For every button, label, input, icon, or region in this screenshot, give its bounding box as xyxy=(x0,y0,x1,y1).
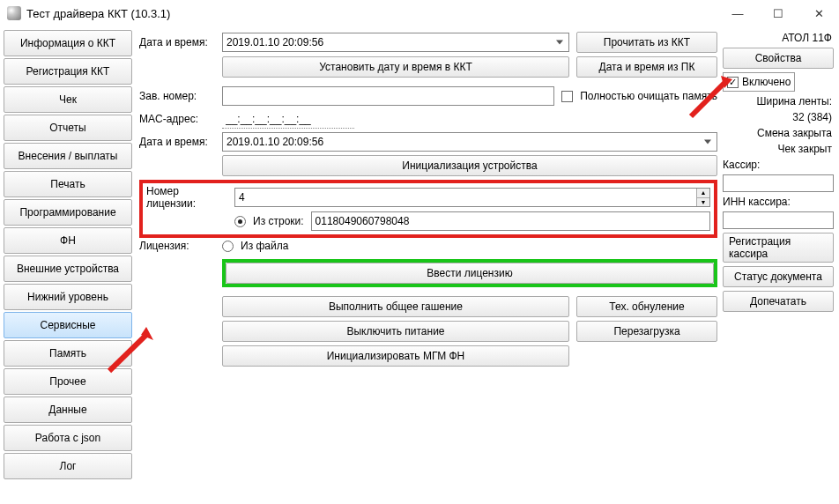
sidebar-item-external[interactable]: Внешние устройства xyxy=(4,256,132,282)
titlebar: Тест драйвера ККТ (10.3.1) — ☐ ✕ xyxy=(0,0,839,26)
init-mgm-fn-button[interactable]: Инициализировать МГМ ФН xyxy=(222,345,569,367)
sidebar-item-service[interactable]: Сервисные xyxy=(4,312,132,338)
reboot-button[interactable]: Перезагрузка xyxy=(576,321,717,342)
shift-status: Смена закрыта xyxy=(723,127,834,139)
datetime-combo[interactable]: 2019.01.10 20:09:56 xyxy=(222,33,569,52)
datetime-value: 2019.01.10 20:09:56 xyxy=(226,36,323,48)
minimize-button[interactable]: — xyxy=(717,0,758,26)
lic-number-value: 4 xyxy=(239,191,245,204)
main-panel: Дата и время: 2019.01.10 20:09:56 Прочит… xyxy=(136,26,721,504)
spin-down-icon[interactable]: ▼ xyxy=(696,198,709,207)
license-string-input[interactable] xyxy=(311,211,710,231)
ribbon-width-label: Ширина ленты: xyxy=(723,95,834,107)
sidebar-item-other[interactable]: Прочее xyxy=(4,368,132,395)
enabled-checkbox[interactable]: ✓ xyxy=(727,77,739,88)
sidebar-item-info[interactable]: Информация о ККТ xyxy=(4,30,132,56)
enabled-label: Включено xyxy=(742,76,791,88)
datetime-label: Дата и время: xyxy=(139,36,215,48)
sidebar-item-data[interactable]: Данные xyxy=(4,397,132,423)
init-device-button[interactable]: Инициализация устройства xyxy=(222,155,717,176)
lic-number-input[interactable]: 4 ▲ ▼ xyxy=(234,188,710,207)
set-datetime-kkt-button[interactable]: Установить дату и время в ККТ xyxy=(222,56,569,78)
from-string-radio[interactable] xyxy=(234,216,246,227)
datetime2-combo[interactable]: 2019.01.10 20:09:56 xyxy=(222,132,717,152)
sidebar-item-programming[interactable]: Программирование xyxy=(4,199,132,226)
serial-input[interactable] xyxy=(222,86,554,106)
app-icon xyxy=(7,6,21,20)
properties-button[interactable]: Свойства xyxy=(723,48,834,69)
sidebar-item-json[interactable]: Работа с json xyxy=(4,425,132,451)
close-button[interactable]: ✕ xyxy=(798,0,839,26)
mac-input[interactable] xyxy=(222,109,354,129)
full-clear-label: Полностью очищать память xyxy=(580,90,717,102)
sidebar-item-lowlevel[interactable]: Нижний уровень xyxy=(4,284,132,310)
sidebar: Информация о ККТ Регистрация ККТ Чек Отч… xyxy=(0,26,136,504)
cashier-inn-label: ИНН кассира: xyxy=(723,196,834,208)
sidebar-item-memory[interactable]: Память xyxy=(4,340,132,367)
sidebar-item-log[interactable]: Лог xyxy=(4,453,132,479)
license-box: Номер лицензии: 4 ▲ ▼ Из строки: xyxy=(139,180,717,238)
lic-number-label: Номер лицензии: xyxy=(146,185,227,210)
datetime-from-pc-button[interactable]: Дата и время из ПК xyxy=(576,56,717,78)
power-off-button[interactable]: Выключить питание xyxy=(222,321,569,342)
from-file-label: Из файла xyxy=(241,240,288,252)
sidebar-item-fn[interactable]: ФН xyxy=(4,227,132,254)
sidebar-item-reports[interactable]: Отчеты xyxy=(4,115,132,141)
maximize-button[interactable]: ☐ xyxy=(758,0,798,26)
finish-print-button[interactable]: Допечатать xyxy=(723,291,834,312)
mac-label: MAC-адрес: xyxy=(139,113,215,125)
enter-license-button[interactable]: Ввести лицензию xyxy=(226,263,714,284)
register-cashier-button[interactable]: Регистрация кассира xyxy=(723,233,834,263)
sidebar-item-print[interactable]: Печать xyxy=(4,171,132,197)
window-title: Тест драйвера ККТ (10.3.1) xyxy=(26,7,717,20)
from-string-label: Из строки: xyxy=(253,215,304,227)
total-reset-button[interactable]: Выполнить общее гашение xyxy=(222,296,569,317)
spin-up-icon[interactable]: ▲ xyxy=(696,189,709,198)
check-status: Чек закрыт xyxy=(723,143,834,155)
doc-status-button[interactable]: Статус документа xyxy=(723,266,834,287)
full-clear-checkbox[interactable] xyxy=(561,91,573,102)
cashier-label: Кассир: xyxy=(723,159,834,171)
sidebar-item-check[interactable]: Чек xyxy=(4,86,132,113)
datetime2-value: 2019.01.10 20:09:56 xyxy=(226,136,323,148)
cashier-input[interactable] xyxy=(723,174,834,192)
sidebar-item-registration[interactable]: Регистрация ККТ xyxy=(4,58,132,85)
ribbon-width-value: 32 (384) xyxy=(723,111,834,123)
sidebar-item-payments[interactable]: Внесения / выплаты xyxy=(4,143,132,169)
from-file-radio[interactable] xyxy=(222,241,234,252)
read-from-kkt-button[interactable]: Прочитать из ККТ xyxy=(576,32,717,53)
serial-label: Зав. номер: xyxy=(139,90,215,102)
cashier-inn-input[interactable] xyxy=(723,211,834,229)
device-name-label: АТОЛ 11Ф xyxy=(723,32,834,44)
enter-license-box: Ввести лицензию xyxy=(222,259,717,287)
right-panel: АТОЛ 11Ф Свойства ✓ Включено Ширина лент… xyxy=(721,26,839,504)
license-label: Лицензия: xyxy=(139,240,215,252)
tech-reset-button[interactable]: Тех. обнуление xyxy=(576,296,717,317)
datetime2-label: Дата и время: xyxy=(139,136,215,148)
